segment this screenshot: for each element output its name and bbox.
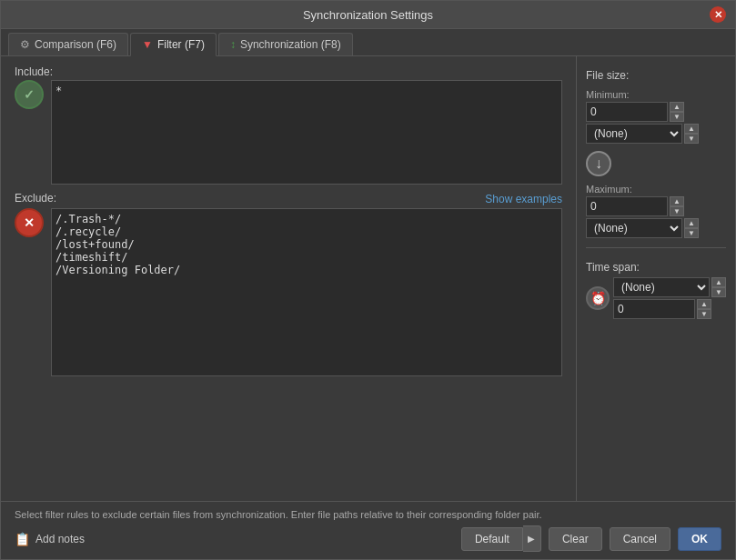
max-up-button[interactable]: ▲ — [670, 196, 684, 206]
time-span-label: Time span: — [586, 261, 726, 274]
tab-filter-label: Filter (F7) — [157, 38, 205, 51]
x-mark-icon: ✕ — [24, 215, 35, 230]
status-text: Select filter rules to exclude certain f… — [15, 509, 721, 520]
cancel-button[interactable]: Cancel — [610, 527, 670, 551]
min-up-button[interactable]: ▲ — [670, 102, 684, 112]
time-span-section: Time span: ⏰ (None) Last hour Today Last… — [586, 257, 726, 319]
max-spinners: ▲ ▼ — [670, 196, 684, 216]
include-textarea[interactable]: * — [51, 80, 562, 185]
maximum-row: Maximum: ▲ ▼ (None) Byte KB MB GB — [586, 184, 726, 238]
clear-button[interactable]: Clear — [549, 527, 602, 551]
maximum-label: Maximum: — [586, 184, 726, 195]
max-unit-spinners: ▲ ▼ — [684, 218, 699, 238]
include-label: Include: — [15, 65, 562, 78]
max-value-input[interactable] — [586, 196, 668, 216]
minimum-row: Minimum: ▲ ▼ (None) Byte KB MB GB — [586, 89, 726, 144]
content-area: Include: ✓ * Exclude: Show examples ✕ — [1, 56, 735, 501]
file-size-label: File size: — [586, 69, 726, 82]
exclude-label: Exclude: — [15, 192, 56, 205]
right-panel: File size: Minimum: ▲ ▼ (None) Byte KB — [576, 56, 735, 501]
max-unit-down-button[interactable]: ▼ — [684, 228, 699, 238]
default-button-group: Default ▶ — [461, 525, 541, 552]
min-value-input[interactable] — [586, 102, 668, 122]
left-panel: Include: ✓ * Exclude: Show examples ✕ — [1, 56, 576, 501]
time-unit-spinners: ▲ ▼ — [711, 277, 726, 297]
sync-icon: ↕ — [230, 38, 236, 51]
include-section: Include: ✓ * — [15, 65, 562, 185]
checkmark-icon: ✓ — [24, 87, 35, 102]
min-unit-select[interactable]: (None) Byte KB MB GB — [586, 124, 682, 144]
close-button[interactable]: ✕ — [710, 6, 726, 23]
title-bar: Synchronization Settings ✕ — [1, 1, 735, 29]
time-unit-up-button[interactable]: ▲ — [711, 277, 726, 287]
tabs-bar: ⚙ Comparison (F6) ▼ Filter (F7) ↕ Synchr… — [1, 29, 735, 56]
default-arrow-button[interactable]: ▶ — [523, 525, 541, 552]
time-span-value-input[interactable] — [613, 299, 695, 319]
dialog: Synchronization Settings ✕ ⚙ Comparison … — [0, 0, 736, 560]
tab-synchronization[interactable]: ↕ Synchronization (F8) — [218, 33, 353, 55]
filter-icon: ▼ — [142, 38, 153, 51]
right-divider — [586, 247, 726, 248]
exclude-textarea[interactable]: /.Trash-*/ /.recycle/ /lost+found/ /time… — [51, 208, 562, 376]
max-unit-select[interactable]: (None) Byte KB MB GB — [586, 218, 682, 238]
add-notes-button[interactable]: 📋 Add notes — [15, 532, 85, 546]
min-unit-up-button[interactable]: ▲ — [684, 124, 699, 134]
exclude-row: ✕ /.Trash-*/ /.recycle/ /lost+found/ /ti… — [15, 208, 562, 492]
max-unit-up-button[interactable]: ▲ — [684, 218, 699, 228]
notes-icon: 📋 — [15, 532, 30, 546]
show-examples-link[interactable]: Show examples — [485, 193, 562, 205]
min-unit-spinners: ▲ ▼ — [684, 124, 699, 144]
tab-filter[interactable]: ▼ Filter (F7) — [130, 33, 217, 56]
time-unit-down-button[interactable]: ▼ — [711, 287, 726, 297]
tab-comparison[interactable]: ⚙ Comparison (F6) — [8, 33, 128, 55]
time-val-spinners: ▲ ▼ — [697, 299, 711, 319]
tab-synchronization-label: Synchronization (F8) — [240, 38, 341, 51]
time-span-unit-select[interactable]: (None) Last hour Today Last 7 days — [613, 277, 710, 297]
alarm-icon: ⏰ — [586, 286, 610, 310]
down-arrow-icon: ↓ — [586, 151, 611, 176]
time-val-down-button[interactable]: ▼ — [697, 309, 711, 319]
include-row: ✓ * — [15, 80, 562, 185]
min-spinners: ▲ ▼ — [670, 102, 684, 122]
ok-button[interactable]: OK — [678, 527, 721, 551]
min-unit-down-button[interactable]: ▼ — [684, 134, 699, 144]
footer-row: 📋 Add notes Default ▶ Clear Cancel OK — [15, 525, 721, 552]
bottom-area: Select filter rules to exclude certain f… — [1, 501, 735, 559]
dialog-title: Synchronization Settings — [26, 8, 710, 22]
exclude-header: Exclude: Show examples — [15, 192, 562, 206]
gear-icon: ⚙ — [20, 38, 30, 51]
exclude-section: Exclude: Show examples ✕ /.Trash-*/ /.re… — [15, 192, 562, 492]
default-button[interactable]: Default — [461, 527, 523, 551]
minimum-label: Minimum: — [586, 89, 726, 100]
exclude-reject-button[interactable]: ✕ — [15, 208, 44, 237]
time-val-up-button[interactable]: ▲ — [697, 299, 711, 309]
add-notes-label: Add notes — [35, 533, 85, 545]
max-down-button[interactable]: ▼ — [670, 206, 684, 216]
min-down-button[interactable]: ▼ — [670, 112, 684, 122]
tab-comparison-label: Comparison (F6) — [35, 38, 116, 51]
include-accept-button[interactable]: ✓ — [15, 80, 44, 109]
